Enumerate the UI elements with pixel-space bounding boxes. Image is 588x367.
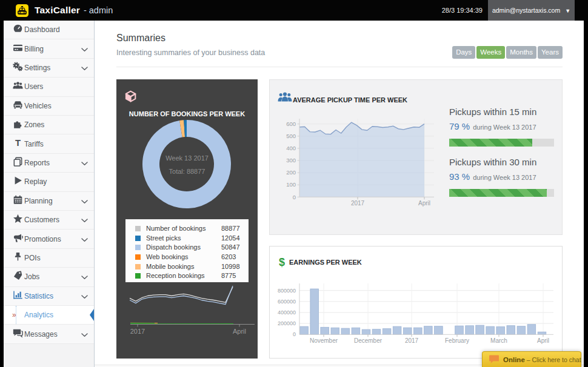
brand: TaxiCaller - admin	[16, 0, 113, 21]
sidebar-item-label: Messages	[24, 330, 58, 339]
sidebar-item-statistics[interactable]: Statistics	[4, 287, 94, 306]
donut-center-week: Week 13 2017	[116, 151, 258, 165]
cube-icon	[125, 90, 136, 105]
sidebar-subitem-analytics[interactable]: »Analytics	[4, 306, 94, 325]
pickup-stat-during: during Week 13 2017	[473, 174, 536, 181]
legend-row: Street picks12054	[125, 234, 249, 243]
page-title: Summaries	[116, 33, 165, 44]
legend-label: Web bookings	[146, 253, 189, 262]
statistics-icon	[11, 289, 24, 302]
header-divider	[116, 67, 563, 67]
legend-row: Web bookings6203	[125, 253, 249, 262]
sidebar-item-jobs[interactable]: Jobs	[4, 268, 94, 286]
pickup-stat-percent: 93 %	[449, 171, 470, 182]
sidebar-divider	[94, 21, 95, 367]
chat-label: Online – Click here to chat	[503, 356, 581, 363]
sidebar-item-settings[interactable]: Settings	[4, 59, 94, 78]
sidebar-item-vehicles[interactable]: Vehicles	[4, 97, 94, 116]
chat-button[interactable]: Online – Click here to chat	[482, 351, 581, 367]
settings-icon	[11, 61, 24, 74]
sidebar-item-users[interactable]: Users	[4, 78, 94, 96]
donut-center-label: Week 13 2017 Total: 88877	[116, 151, 258, 178]
svg-text:2017: 2017	[130, 328, 145, 335]
pickup-stat-value: 79 %during Week 13 2017	[449, 121, 536, 132]
svg-text:300: 300	[286, 157, 296, 164]
chevron-down-icon	[81, 196, 88, 207]
jobs-icon	[11, 271, 24, 283]
pickup-stat-value: 93 %during Week 13 2017	[449, 171, 536, 182]
svg-text:February: February	[445, 337, 469, 344]
chevron-down-icon	[81, 271, 88, 282]
svg-text:2017: 2017	[405, 337, 419, 344]
pickup-stat-percent: 79 %	[449, 121, 470, 131]
svg-text:0: 0	[293, 331, 296, 337]
sidebar-filler	[4, 344, 94, 367]
svg-text:400000: 400000	[278, 309, 296, 316]
billing-icon	[11, 42, 24, 55]
legend-label: Mobile bookings	[146, 262, 195, 272]
svg-text:T: T	[15, 137, 20, 147]
legend-swatch	[135, 254, 141, 260]
bookings-card: NUMBER OF BOOKINGS PER WEEK Week 13 2017…	[116, 79, 258, 359]
brand-suffix: - admin	[84, 5, 113, 15]
sidebar-item-billing[interactable]: Billing	[4, 39, 94, 58]
legend-row: Dispatch bookings50847	[125, 243, 249, 253]
replay-icon	[11, 176, 24, 188]
sidebar-item-promotions[interactable]: Promotions	[4, 230, 94, 248]
svg-text:0: 0	[293, 194, 296, 200]
chevron-down-icon	[81, 329, 88, 340]
range-button-days[interactable]: Days	[452, 46, 475, 59]
bookings-sparkline-chart: 2017April	[116, 279, 258, 359]
svg-text:600000: 600000	[278, 299, 296, 305]
sidebar-item-label: Customers	[24, 216, 59, 224]
sidebar-item-customers[interactable]: Customers	[4, 211, 94, 230]
svg-text:800000: 800000	[278, 288, 296, 294]
sidebar-item-zones[interactable]: Zones	[4, 116, 94, 134]
donut-center-total: Total: 88877	[116, 165, 258, 178]
sidebar-item-label: Dashboard	[24, 25, 60, 34]
reports-icon	[11, 156, 24, 169]
range-button-group: DaysWeeksMonthsYears	[451, 46, 563, 59]
pickup-progress-bar	[449, 189, 554, 197]
sidebar-item-dashboard[interactable]: Dashboard	[4, 21, 94, 39]
range-button-weeks[interactable]: Weeks	[476, 46, 505, 59]
sidebar-item-messages[interactable]: Messages	[4, 325, 94, 343]
svg-text:April: April	[418, 200, 430, 207]
svg-text:600: 600	[286, 121, 296, 127]
sidebar: Dashboard BillingSettings Users Vehicles…	[4, 21, 94, 367]
sidebar-item-label: POIs	[24, 254, 41, 262]
sidebar-item-tariffs[interactable]: TTariffs	[4, 134, 94, 153]
sidebar-item-label: Vehicles	[24, 102, 52, 110]
submenu-marker-icon: »	[12, 311, 16, 319]
sidebar-item-label: Zones	[24, 121, 44, 129]
svg-text:March: March	[490, 337, 507, 344]
sidebar-item-reports[interactable]: Reports	[4, 154, 94, 173]
taxicaller-logo-icon	[16, 4, 28, 17]
sidebar-item-replay[interactable]: Replay	[4, 173, 94, 191]
tariffs-icon: T	[11, 137, 24, 150]
legend-swatch	[135, 273, 141, 279]
svg-text:200: 200	[286, 169, 296, 176]
chevron-down-icon	[81, 214, 88, 225]
svg-text:500: 500	[286, 133, 296, 139]
svg-text:November: November	[310, 337, 338, 344]
legend-label: Number of bookings	[146, 224, 205, 234]
legend-value: 88877	[221, 224, 240, 234]
dollar-icon: $	[279, 256, 285, 269]
range-button-years[interactable]: Years	[538, 46, 563, 59]
clock: 28/3 19:34:39	[442, 0, 483, 21]
legend-swatch	[135, 245, 141, 250]
legend-swatch	[135, 264, 141, 269]
legend-label: Dispatch bookings	[146, 243, 201, 253]
svg-text:April: April	[537, 337, 549, 344]
user-menu[interactable]: admin@nystartaxis.com ▼	[488, 0, 575, 21]
app-root: TaxiCaller - admin 28/3 19:34:39 admin@n…	[0, 0, 588, 367]
sidebar-item-pois[interactable]: POIs	[4, 249, 94, 268]
svg-text:December: December	[354, 337, 383, 344]
chevron-down-icon	[81, 157, 88, 168]
sidebar-item-planning[interactable]: Planning	[4, 192, 94, 211]
sidebar-item-label: Planning	[24, 197, 53, 205]
range-button-months[interactable]: Months	[506, 46, 536, 59]
sidebar-item-label: Users	[24, 82, 43, 91]
customers-icon	[11, 214, 24, 226]
